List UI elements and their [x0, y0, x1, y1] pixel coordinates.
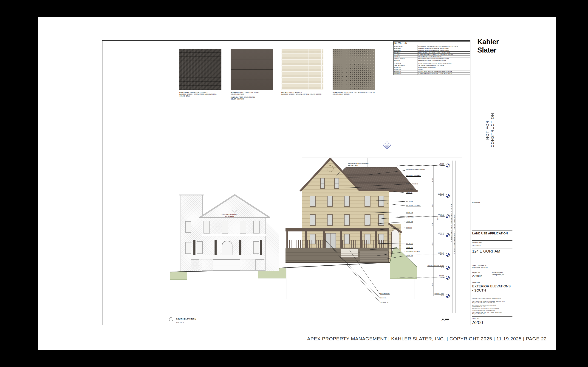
- view-scale: 3/16" = 1'-0": [176, 322, 184, 323]
- window: [327, 196, 333, 207]
- existing-window: [197, 241, 203, 254]
- window: [378, 214, 384, 226]
- porch-railing: [287, 240, 304, 248]
- porch-railing: [342, 240, 360, 248]
- client-name: APEX Property Management, Inc.: [492, 272, 512, 276]
- sheet-no: A200: [472, 320, 512, 325]
- entry-door-mullion: [330, 234, 331, 248]
- roof-level-extension: [339, 165, 398, 165]
- brick-rosette: [327, 165, 334, 172]
- screen: Kahler Slater ROOF SHINGLE 01 | ASPHALT …: [0, 0, 588, 367]
- window: [364, 196, 371, 207]
- titleblock-divider: [472, 271, 512, 271]
- window: [327, 214, 333, 226]
- keynote-callout: BRICK 01C, 1" CORBEL: [406, 175, 427, 177]
- titleblock-divider: [472, 231, 512, 231]
- level-marker-l1: LEVEL 01100'-0": [398, 252, 451, 257]
- existing-window: [185, 221, 191, 233]
- window: [378, 196, 384, 207]
- office-addresses: 790 N Water Street, Suite 1700, Milwauke…: [472, 301, 512, 315]
- existing-steps: [213, 259, 240, 270]
- window: [344, 214, 350, 226]
- revisions-label: Revisions: [472, 202, 512, 204]
- existing-porch-column: [260, 240, 262, 255]
- view-number-bubble: 1: [169, 317, 173, 321]
- level-target-icon: [446, 215, 450, 218]
- level-marker-grade: GRADE94'-6": [398, 275, 451, 280]
- level-marker-l2: LEVEL 02110'-4": [398, 233, 451, 237]
- view-title: SOUTH ELEVATION: [176, 318, 196, 320]
- porch-post: [360, 232, 362, 248]
- existing-story-band: [202, 234, 266, 236]
- keynote-callout: MECHANICAL WELL (BEHIND): [406, 169, 427, 170]
- porch-post: [388, 232, 389, 248]
- project-name: 124 E GORHAM: [472, 249, 512, 253]
- existing-left-wing-cap: [179, 194, 204, 195]
- height-dim-b: BUILDING HEIGHT ABOVE LOWEST EXPOSED GRA…: [454, 193, 455, 275]
- level-target-icon: [446, 266, 450, 270]
- level-marker-lower: LOWER LEVEL89'-6": [398, 294, 451, 298]
- land-use-application: LAND USE APPLICATION: [472, 232, 512, 235]
- keynote-callout: ROOF SHINGLE 01: [406, 183, 427, 185]
- existing-window: [253, 241, 259, 254]
- existing-pier-right: [255, 259, 264, 270]
- titleblock-divider: [472, 240, 512, 241]
- porch-post: [305, 232, 307, 248]
- titleblock-divider: [472, 329, 512, 329]
- existing-porch-column: [193, 240, 195, 255]
- sheet-title: EXTERIOR ELEVATIONS - SOUTH: [472, 284, 512, 292]
- existing-window: [253, 221, 259, 234]
- floor-dim: 10'-4": [432, 238, 433, 249]
- drawing-date-label: Drawing Date: [472, 242, 512, 243]
- existing-window: [240, 221, 246, 234]
- window: [310, 214, 316, 226]
- copyright-note: Copyright © 2025 Kahler Slater, Inc. All…: [472, 298, 512, 299]
- level-target-icon: [446, 276, 450, 280]
- keynote-callout: WINDOW 02: [380, 301, 402, 303]
- keynote-callout: STONE 01A: [406, 247, 427, 249]
- existing-porch-base: [191, 255, 264, 259]
- porch-railing: [307, 240, 322, 248]
- footer-credits: APEX PROPERTY MANAGEMENT | KAHLER SLATER…: [307, 336, 547, 342]
- titleblock-divider: [472, 281, 512, 281]
- porch-band: [285, 228, 389, 232]
- project-address: 124 E GORHAM ST MADISON, WI 53703: [472, 265, 512, 268]
- titleblock-divider: [472, 316, 512, 317]
- floor-dim: 11'-10": [432, 174, 433, 185]
- level-target-icon: [446, 194, 450, 198]
- keynote-callout: STONE 01B: [406, 221, 427, 223]
- graphic-scale-numbers: 0 1 2 4 8: [441, 320, 448, 322]
- window: [344, 196, 350, 207]
- keynote-callout: BRICK 01A: [406, 201, 427, 202]
- graphic-scale-bar: [442, 319, 456, 320]
- garage-door: [360, 251, 389, 262]
- entry-steps: [341, 249, 358, 258]
- floor-dim: 10'-4": [432, 219, 433, 230]
- rosette-note: DECORATIVE BRICK ROSETTE PROTRUDES 1": [348, 163, 378, 166]
- keynote-callout: PANEL 01: [406, 227, 427, 228]
- window: [334, 178, 339, 189]
- level-target-icon: [446, 233, 450, 237]
- porch-post: [340, 232, 342, 248]
- sheet-title-label: Sheet Title: [472, 282, 512, 284]
- titleblock-divider: [472, 248, 512, 248]
- porch-railing: [378, 240, 387, 248]
- height-dim-mid: 53'-4": [437, 212, 439, 225]
- porch-post: [323, 232, 325, 248]
- section-marker: 1 A200: [385, 143, 389, 148]
- keynote-callout: BRICK 01C: [406, 188, 427, 190]
- level-marker-roof: ROOF142'-10": [398, 163, 451, 167]
- level-marker-l3: LEVEL 03120'-8": [398, 214, 451, 218]
- existing-porch-column: [215, 240, 216, 255]
- existing-porch-column: [239, 240, 242, 255]
- porch-railing: [363, 240, 375, 248]
- existing-pier-left: [191, 259, 199, 270]
- level-marker-l4: LEVEL 04131'-0": [398, 194, 451, 198]
- keynote-callout: BRICK 01B, 1" CORBEL: [406, 205, 427, 206]
- level-target-icon: [446, 294, 450, 298]
- drawing-sheet: Kahler Slater ROOF SHINGLE 01 | ASPHALT …: [38, 17, 556, 350]
- porch-post: [375, 232, 377, 248]
- window: [364, 214, 371, 226]
- titleblock-divider: [472, 201, 512, 201]
- sheet-no-label: Sheet No.: [472, 317, 512, 319]
